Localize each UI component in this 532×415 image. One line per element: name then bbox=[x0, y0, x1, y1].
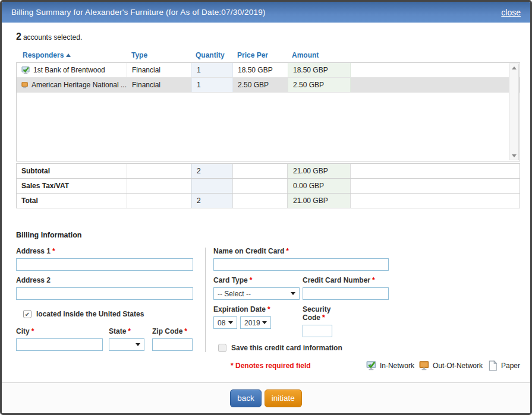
state-label: State* bbox=[109, 327, 146, 335]
vertical-scrollbar[interactable] bbox=[509, 64, 519, 160]
address1-label: Address 1* bbox=[16, 247, 205, 255]
save-card-label: Save this credit card information bbox=[231, 344, 342, 352]
required-asterisk: * bbox=[322, 313, 325, 322]
subtotal-quantity: 2 bbox=[191, 164, 233, 178]
required-asterisk: * bbox=[267, 305, 270, 313]
required-asterisk: * bbox=[372, 276, 375, 284]
in-network-icon bbox=[366, 360, 377, 371]
total-quantity: 2 bbox=[191, 194, 233, 208]
expiration-date-label: Expiration Date* bbox=[213, 305, 300, 313]
responder-amount: 18.50 GBP bbox=[288, 63, 351, 77]
card-type-select-value: -- Select -- bbox=[218, 290, 288, 298]
close-link[interactable]: close bbox=[501, 8, 521, 17]
located-in-us-label: located inside the United States bbox=[36, 310, 144, 318]
city-label: City* bbox=[16, 327, 104, 335]
responder-type: Financial bbox=[127, 63, 191, 77]
dialog-titlebar: Billing Summary for Alexander's Furnitur… bbox=[2, 2, 530, 23]
legend-out-of-network: Out-Of-Network bbox=[419, 360, 483, 371]
accounts-count: 2 bbox=[16, 31, 21, 42]
billing-address-column: Address 1* Address 2 located inside the … bbox=[16, 242, 205, 352]
out-of-network-icon bbox=[419, 360, 430, 371]
exp-year-select[interactable]: 2019 bbox=[240, 316, 271, 329]
sales-tax-label: Sales Tax/VAT bbox=[17, 179, 127, 193]
sales-tax-quantity bbox=[191, 179, 233, 193]
save-card-checkbox[interactable] bbox=[218, 344, 226, 352]
required-asterisk: * bbox=[250, 276, 253, 284]
responder-type: Financial bbox=[127, 78, 191, 92]
required-field-note: * Denotes required field bbox=[231, 362, 311, 370]
subtotal-label: Subtotal bbox=[17, 164, 127, 178]
column-header-type[interactable]: Type bbox=[127, 51, 191, 59]
dialog-title: Billing Summary for Alexander's Furnitur… bbox=[11, 8, 266, 17]
in-network-icon bbox=[21, 66, 30, 75]
state-select[interactable] bbox=[109, 338, 144, 351]
address2-label: Address 2 bbox=[16, 276, 205, 284]
accounts-count-suffix: accounts selected. bbox=[23, 33, 82, 42]
subtotal-row: Subtotal 2 21.00 GBP bbox=[16, 164, 520, 179]
required-asterisk: * bbox=[286, 247, 289, 255]
address1-input[interactable] bbox=[16, 258, 193, 271]
paper-icon bbox=[487, 360, 498, 371]
column-header-responders[interactable]: Responders bbox=[16, 51, 127, 59]
column-header-amount[interactable]: Amount bbox=[287, 51, 350, 59]
back-button[interactable]: back bbox=[230, 389, 262, 407]
totals-table: Subtotal 2 21.00 GBP Sales Tax/VAT 0.00 … bbox=[16, 163, 520, 208]
name-on-card-input[interactable] bbox=[213, 258, 389, 271]
column-header-quantity[interactable]: Quantity bbox=[191, 51, 232, 59]
sales-tax-row: Sales Tax/VAT 0.00 GBP bbox=[16, 179, 520, 194]
billing-form: Address 1* Address 2 located inside the … bbox=[16, 242, 520, 352]
note-and-legend-row: * Denotes required field In-Network Out-… bbox=[16, 360, 520, 371]
credit-card-column: Name on Credit Card* Card Type* -- Selec… bbox=[213, 242, 392, 352]
exp-month-select[interactable]: 08 bbox=[213, 316, 237, 329]
name-on-card-label: Name on Credit Card* bbox=[213, 247, 392, 255]
subtotal-amount: 21.00 GBP bbox=[288, 164, 351, 178]
address2-input[interactable] bbox=[16, 287, 193, 300]
card-type-select[interactable]: -- Select -- bbox=[213, 287, 300, 300]
legend-paper-label: Paper bbox=[501, 362, 520, 370]
required-asterisk: * bbox=[128, 327, 131, 335]
column-header-price-per[interactable]: Price Per bbox=[232, 51, 287, 59]
scroll-down-icon[interactable] bbox=[512, 154, 517, 157]
cc-number-input[interactable] bbox=[303, 287, 389, 300]
scroll-up-icon[interactable] bbox=[512, 66, 517, 69]
required-asterisk: * bbox=[32, 327, 34, 335]
billing-information-heading: Billing Information bbox=[16, 231, 520, 239]
responder-price-per: 2.50 GBP bbox=[233, 78, 288, 92]
security-code-label: Security Code* bbox=[303, 305, 332, 322]
responder-quantity: 1 bbox=[191, 63, 233, 77]
total-amount: 21.00 GBP bbox=[288, 194, 351, 208]
responder-name: American Heritage National ... bbox=[32, 81, 127, 89]
out-of-network-icon bbox=[21, 81, 29, 90]
responder-price-per: 18.50 GBP bbox=[233, 63, 288, 77]
zip-code-input[interactable] bbox=[152, 338, 193, 351]
legend-in-network: In-Network bbox=[366, 360, 414, 371]
responder-quantity: 1 bbox=[191, 78, 233, 92]
dropdown-arrow-icon bbox=[291, 292, 295, 295]
located-in-us-checkbox[interactable] bbox=[23, 310, 32, 318]
card-type-label: Card Type* bbox=[213, 276, 300, 284]
legend-out-of-network-label: Out-Of-Network bbox=[433, 362, 483, 370]
table-row[interactable]: 1st Bank of Brentwood Financial 1 18.50 … bbox=[17, 63, 520, 78]
dialog-footer: back initiate bbox=[2, 382, 530, 413]
required-asterisk: * bbox=[184, 327, 187, 335]
cc-number-label: Credit Card Number* bbox=[303, 276, 389, 284]
dropdown-arrow-icon bbox=[262, 321, 267, 324]
dialog-content: 2accounts selected. Responders Type Quan… bbox=[2, 23, 530, 382]
network-legend: In-Network Out-Of-Network Paper bbox=[366, 360, 520, 371]
accounts-selected-line: 2accounts selected. bbox=[16, 31, 520, 42]
responders-table: 1st Bank of Brentwood Financial 1 18.50 … bbox=[16, 62, 520, 161]
total-label: Total bbox=[17, 194, 127, 208]
table-row[interactable]: American Heritage National ... Financial… bbox=[17, 78, 520, 93]
required-asterisk: * bbox=[52, 247, 55, 255]
security-code-input[interactable] bbox=[303, 325, 332, 337]
sort-ascending-icon bbox=[66, 53, 71, 57]
exp-month-value: 08 bbox=[218, 319, 226, 327]
initiate-button[interactable]: initiate bbox=[265, 389, 302, 407]
legend-in-network-label: In-Network bbox=[380, 362, 414, 370]
exp-year-value: 2019 bbox=[244, 319, 260, 327]
table-header-row: Responders Type Quantity Price Per Amoun… bbox=[16, 51, 520, 62]
billing-summary-dialog: Billing Summary for Alexander's Furnitur… bbox=[0, 0, 532, 415]
responder-amount: 2.50 GBP bbox=[288, 78, 351, 92]
zip-code-label: Zip Code* bbox=[152, 327, 194, 335]
city-input[interactable] bbox=[16, 338, 103, 351]
